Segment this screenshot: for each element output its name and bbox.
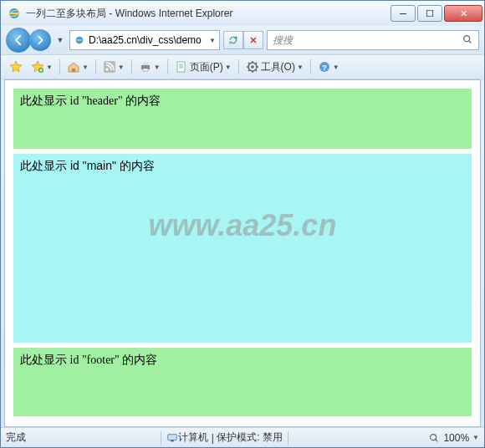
svg-text:?: ? <box>322 64 327 72</box>
separator <box>59 59 60 74</box>
chevron-down-icon: ▼ <box>225 64 232 71</box>
status-done: 完成 <box>6 430 26 445</box>
command-bar: ▼ ▼ ▼ ▼ 页面(P) ▼ 工具(O) ▼ ? <box>1 54 484 79</box>
print-icon <box>139 60 152 74</box>
status-zone: 计算机 <box>178 430 208 445</box>
chevron-down-icon: ▼ <box>46 64 53 71</box>
help-button[interactable]: ? ▼ <box>314 58 343 76</box>
content-area: 此处显示 id "header" 的内容 此处显示 id "main" 的内容 … <box>4 79 481 427</box>
stop-icon <box>248 35 258 45</box>
page-menu-label: 页面(P) <box>190 60 223 74</box>
chevron-down-icon: ▼ <box>118 64 125 71</box>
address-dropdown-icon[interactable]: ▼ <box>209 37 216 44</box>
header-block: 此处显示 id "header" 的内容 <box>13 89 472 149</box>
help-icon: ? <box>318 60 331 74</box>
add-favorites-button[interactable]: ▼ <box>28 58 56 76</box>
page-menu-button[interactable]: 页面(P) ▼ <box>171 58 235 76</box>
chevron-down-icon: ▼ <box>333 64 340 71</box>
arrow-left-icon <box>13 34 24 46</box>
chevron-down-icon: ▼ <box>297 64 304 71</box>
watermark-text: www.aa25.cn <box>149 208 337 243</box>
stop-button[interactable] <box>243 31 263 49</box>
chevron-down-icon[interactable]: ▼ <box>472 434 479 441</box>
maximize-button[interactable]: ☐ <box>417 5 442 22</box>
separator <box>95 59 96 74</box>
address-bar[interactable]: D:\aa25.cn\div_css\demo ▼ <box>69 30 220 50</box>
zoom-icon <box>428 432 440 444</box>
separator <box>288 431 288 445</box>
main-block: 此处显示 id "main" 的内容 www.aa25.cn <box>13 154 472 343</box>
forward-button[interactable] <box>29 29 51 51</box>
search-placeholder: 搜搜 <box>273 33 293 48</box>
svg-point-12 <box>251 65 254 69</box>
back-button[interactable] <box>6 28 31 53</box>
chevron-down-icon: ▼ <box>154 64 161 71</box>
favorites-button[interactable] <box>6 58 26 76</box>
tools-menu-label: 工具(O) <box>261 60 295 74</box>
window-title: 一列二至多块布局 - Windows Internet Explorer <box>26 7 391 21</box>
zoom-control[interactable]: 100% ▼ <box>428 432 479 444</box>
print-button[interactable]: ▼ <box>135 58 164 76</box>
status-bar: 完成 计算机 | 保护模式: 禁用 100% ▼ <box>1 427 484 447</box>
separator <box>238 59 239 74</box>
separator <box>310 59 311 74</box>
svg-rect-16 <box>171 440 175 441</box>
separator <box>131 59 132 74</box>
svg-point-17 <box>431 434 436 440</box>
window-controls: ─ ☐ ✕ <box>391 5 482 22</box>
rss-icon <box>103 60 116 74</box>
address-text: D:\aa25.cn\div_css\demo <box>89 34 206 46</box>
close-button[interactable]: ✕ <box>444 5 482 22</box>
feeds-button[interactable]: ▼ <box>100 58 128 76</box>
refresh-icon <box>228 35 238 45</box>
separator <box>161 431 161 445</box>
recent-pages-dropdown[interactable]: ▼ <box>54 34 66 46</box>
footer-block: 此处显示 id "footer" 的内容 <box>13 348 472 416</box>
svg-rect-8 <box>143 63 148 65</box>
search-box[interactable]: 搜搜 <box>267 30 479 50</box>
star-add-icon <box>31 60 44 74</box>
main-block-text: 此处显示 id "main" 的内容 <box>20 159 155 172</box>
gear-icon <box>246 60 259 74</box>
status-pipe: | <box>208 432 217 444</box>
svg-rect-9 <box>143 69 148 71</box>
refresh-stop-group <box>223 31 263 49</box>
page-icon <box>175 60 188 74</box>
browser-window: 一列二至多块布局 - Windows Internet Explorer ─ ☐… <box>0 0 485 448</box>
svg-point-6 <box>105 68 108 70</box>
home-icon <box>67 60 80 74</box>
svg-point-3 <box>464 35 470 41</box>
chevron-down-icon: ▼ <box>82 64 89 71</box>
computer-zone-icon <box>166 432 178 444</box>
navigation-bar: ▼ D:\aa25.cn\div_css\demo ▼ 搜搜 <box>1 26 484 54</box>
tools-menu-button[interactable]: 工具(O) ▼ <box>242 58 307 76</box>
ie-logo-icon <box>8 7 21 20</box>
home-button[interactable]: ▼ <box>64 58 92 76</box>
zoom-level: 100% <box>443 432 469 444</box>
star-icon <box>9 60 23 74</box>
search-icon[interactable] <box>462 33 473 48</box>
status-protected-mode: 保护模式: 禁用 <box>217 430 283 445</box>
arrow-right-icon <box>35 35 45 45</box>
svg-rect-10 <box>177 62 185 72</box>
ie-page-icon <box>74 34 85 46</box>
titlebar: 一列二至多块布局 - Windows Internet Explorer ─ ☐… <box>1 1 484 26</box>
refresh-button[interactable] <box>223 31 243 49</box>
minimize-button[interactable]: ─ <box>391 5 416 22</box>
svg-rect-15 <box>168 434 177 440</box>
separator <box>167 59 168 74</box>
rendered-page: 此处显示 id "header" 的内容 此处显示 id "main" 的内容 … <box>5 80 480 427</box>
